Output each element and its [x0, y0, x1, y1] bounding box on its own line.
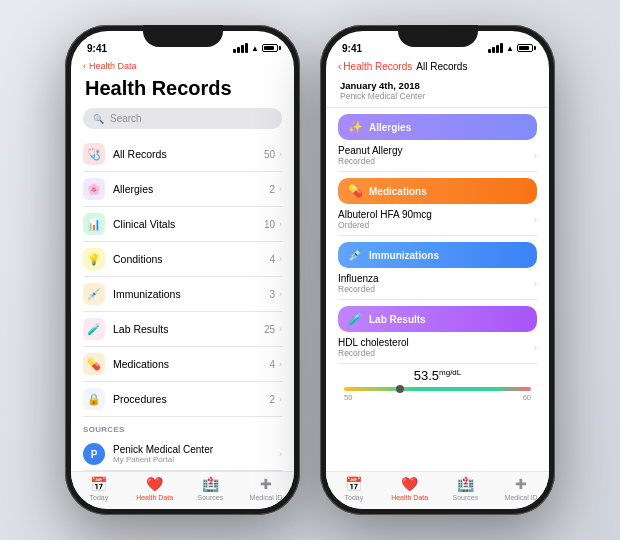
chevron-back-icon: ‹ — [83, 61, 86, 71]
status-icons-left: ▲ — [233, 43, 278, 53]
signal-icon — [233, 43, 248, 53]
lab-results-icon: 🧪 — [83, 318, 105, 340]
search-icon: 🔍 — [93, 114, 104, 124]
all-records-count: 50 — [264, 149, 275, 160]
record-hdl[interactable]: HDL cholesterol Recorded › — [338, 332, 537, 364]
tab-today-label-right: Today — [345, 494, 364, 501]
hdl-info: HDL cholesterol Recorded — [338, 337, 534, 358]
clinical-vitals-icon: 📊 — [83, 213, 105, 235]
record-albuterol[interactable]: Albuterol HFA 90mcg Ordered › — [338, 204, 537, 236]
tab-sources-label-right: Sources — [453, 494, 479, 501]
list-item-clinical-vitals[interactable]: 📊 Clinical Vitals 10 › — [83, 207, 282, 242]
chevron-back-icon-right: ‹ — [338, 61, 341, 72]
chevron-icon: › — [534, 215, 537, 225]
sources-tab-icon: 🏥 — [202, 476, 219, 492]
tab-health-data-right[interactable]: ❤️ Health Data — [382, 476, 438, 501]
penick-info: Penick Medical Center My Patient Portal — [113, 444, 279, 464]
conditions-count: 4 — [269, 254, 275, 265]
nav-back-label-left: Health Data — [89, 61, 137, 71]
list-item-immunizations[interactable]: 💉 Immunizations 3 › — [83, 277, 282, 312]
left-phone: 9:41 ▲ ‹ Health Data Heal — [65, 25, 300, 515]
search-bar[interactable]: 🔍 Search — [83, 108, 282, 129]
tab-health-data-label-left: Health Data — [136, 494, 173, 501]
hdl-status: Recorded — [338, 348, 534, 358]
hdl-min-label: 50 — [344, 393, 352, 402]
all-records-label: All Records — [113, 148, 264, 160]
nav-back-left[interactable]: ‹ Health Data — [71, 59, 294, 75]
battery-icon-right — [517, 44, 533, 52]
hdl-chart: 53.5mg/dL 50 60 — [338, 364, 537, 408]
today-tab-icon-right: 📅 — [345, 476, 362, 492]
procedures-label: Procedures — [113, 393, 269, 405]
category-medications[interactable]: 💊 Medications — [338, 178, 537, 204]
sources-header: SOURCES — [83, 417, 282, 438]
clinical-vitals-count: 10 — [264, 219, 275, 230]
notch — [143, 25, 223, 47]
today-tab-icon: 📅 — [90, 476, 107, 492]
tab-medical-id-right[interactable]: ✚ Medical ID — [493, 476, 549, 501]
medications-count: 4 — [269, 359, 275, 370]
medications-cat-icon: 💊 — [348, 184, 363, 198]
penick-icon: P — [83, 443, 105, 465]
albuterol-info: Albuterol HFA 90mcg Ordered — [338, 209, 534, 230]
albuterol-name: Albuterol HFA 90mcg — [338, 209, 534, 220]
conditions-icon: 💡 — [83, 248, 105, 270]
tab-health-data-left[interactable]: ❤️ Health Data — [127, 476, 183, 501]
hdl-bar-track — [344, 387, 531, 391]
tab-medical-id-left[interactable]: ✚ Medical ID — [238, 476, 294, 501]
tab-sources-left[interactable]: 🏥 Sources — [183, 476, 239, 501]
page-title-left: Health Records — [71, 75, 294, 108]
chevron-icon: › — [279, 324, 282, 334]
category-immunizations[interactable]: 💉 Immunizations — [338, 242, 537, 268]
category-lab-results[interactable]: 🧪 Lab Results — [338, 306, 537, 332]
category-allergies[interactable]: ✨ Allergies — [338, 114, 537, 140]
tab-medical-id-label-left: Medical ID — [250, 494, 283, 501]
chevron-icon: › — [279, 184, 282, 194]
list-item-procedures[interactable]: 🔒 Procedures 2 › — [83, 382, 282, 417]
wifi-icon: ▲ — [251, 44, 259, 53]
signal-icon-right — [488, 43, 503, 53]
chevron-icon: › — [279, 219, 282, 229]
hdl-name: HDL cholesterol — [338, 337, 534, 348]
chevron-icon: › — [534, 151, 537, 161]
source-penick[interactable]: P Penick Medical Center My Patient Porta… — [83, 438, 282, 471]
medications-cat-label: Medications — [369, 186, 427, 197]
allergies-label: Allergies — [113, 183, 269, 195]
tab-sources-right[interactable]: 🏥 Sources — [438, 476, 494, 501]
medications-label: Medications — [113, 358, 269, 370]
tab-medical-id-label-right: Medical ID — [505, 494, 538, 501]
list-item-allergies[interactable]: 🌸 Allergies 2 › — [83, 172, 282, 207]
right-content: ‹ Health Records All Records January 4th… — [326, 59, 549, 509]
nav-back-right[interactable]: ‹ Health Records — [338, 61, 412, 72]
procedures-count: 2 — [269, 394, 275, 405]
status-icons-right: ▲ — [488, 43, 533, 53]
list-item-lab-results[interactable]: 🧪 Lab Results 25 › — [83, 312, 282, 347]
influenza-name: Influenza — [338, 273, 534, 284]
right-screen: 9:41 ▲ ‹ Health Records — [326, 31, 549, 509]
tab-health-data-label-right: Health Data — [391, 494, 428, 501]
list-item-conditions[interactable]: 💡 Conditions 4 › — [83, 242, 282, 277]
record-influenza[interactable]: Influenza Recorded › — [338, 268, 537, 300]
medical-id-tab-icon: ✚ — [260, 476, 272, 492]
hdl-labels: 50 60 — [344, 393, 531, 402]
tab-today-right[interactable]: 📅 Today — [326, 476, 382, 501]
tab-today-label-left: Today — [90, 494, 109, 501]
peanut-allergy-status: Recorded — [338, 156, 534, 166]
albuterol-status: Ordered — [338, 220, 534, 230]
chevron-icon: › — [534, 279, 537, 289]
chevron-icon: › — [279, 289, 282, 299]
record-peanut-allergy[interactable]: Peanut Allergy Recorded › — [338, 140, 537, 172]
tab-today-left[interactable]: 📅 Today — [71, 476, 127, 501]
list-item-all-records[interactable]: 🩺 All Records 50 › — [83, 137, 282, 172]
wifi-icon-right: ▲ — [506, 44, 514, 53]
detail-date: January 4th, 2018 — [340, 80, 535, 91]
allergies-cat-label: Allergies — [369, 122, 411, 133]
chevron-icon: › — [279, 394, 282, 404]
left-content: ‹ Health Data Health Records 🔍 Search 🩺 … — [71, 59, 294, 509]
chevron-icon: › — [279, 254, 282, 264]
conditions-label: Conditions — [113, 253, 269, 265]
influenza-info: Influenza Recorded — [338, 273, 534, 294]
list-item-medications[interactable]: 💊 Medications 4 › — [83, 347, 282, 382]
procedures-icon: 🔒 — [83, 388, 105, 410]
penick-sub: My Patient Portal — [113, 455, 279, 464]
